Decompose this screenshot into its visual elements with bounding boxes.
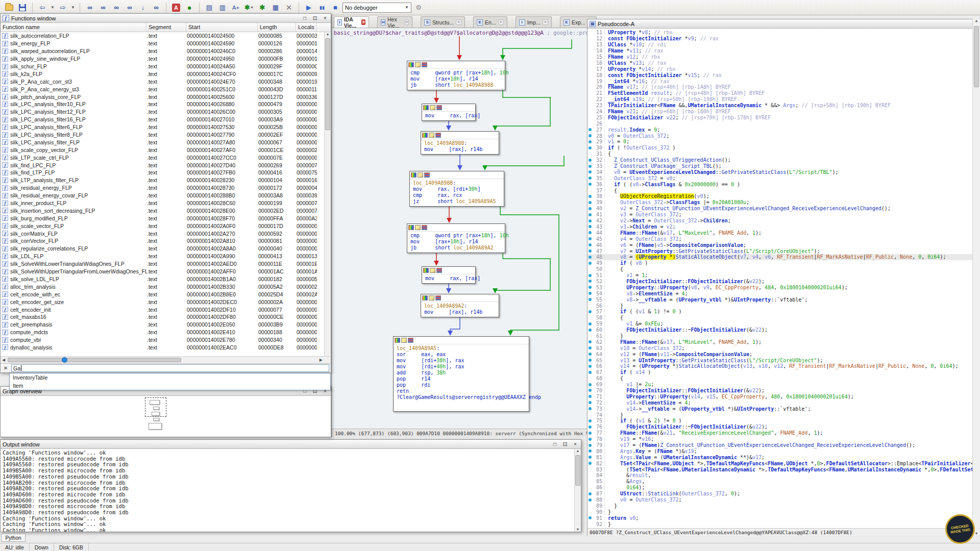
- function-row[interactable]: fsilk_corrMatrix_FLP.text000000014002A27…: [1, 230, 331, 237]
- pseudocode-line[interactable]: 45 v4 = OuterClass_372;: [587, 236, 972, 242]
- pseudocode-line[interactable]: 92}: [587, 521, 972, 527]
- pseudocode-body[interactable]: 11UProperty *v8; // rbx12const FObjectIn…: [587, 29, 972, 528]
- restore-icon[interactable]: □: [551, 441, 558, 448]
- function-row[interactable]: fcelt_maxabs16.text000000014002DF8000000…: [1, 313, 331, 321]
- search-sequence-icon[interactable]: ∞: [97, 2, 109, 14]
- pseudocode-line[interactable]: 21FSetElementId result; // [rsp+48h] [rb…: [587, 90, 972, 96]
- pseudocode-line[interactable]: 23TPairInitializer<FName &&,UMaterialIns…: [587, 103, 972, 109]
- graph-basic-block[interactable]: cmp qword ptr [rax+18h], 10hmov [rax+10h…: [407, 223, 505, 253]
- pseudocode-line[interactable]: 68 {: [587, 375, 972, 382]
- block-color-icon[interactable]: [422, 295, 428, 300]
- block-group-icon[interactable]: [436, 105, 442, 110]
- pseudocode-line[interactable]: 66 v14 = (UProperty *)StaticAllocateObje…: [587, 363, 972, 369]
- function-row[interactable]: fsilk_LPC_analysis_filter12_FLP.text0000…: [1, 108, 331, 116]
- function-row[interactable]: fsilk_k2a_FLP.text0000000140024CF0000001…: [1, 70, 331, 78]
- restore-icon[interactable]: □: [301, 15, 308, 22]
- tab-close-icon[interactable]: ×: [543, 19, 548, 25]
- function-row[interactable]: falloc_trim_analysis.text000000014002B33…: [1, 283, 331, 290]
- graph-basic-block[interactable]: cmp qword ptr [rax+18h], 10hmov [rax+10h…: [407, 61, 505, 90]
- function-row[interactable]: fsilk_LDL_FLP.text000000014002A990000004…: [1, 253, 331, 260]
- graph-basic-block[interactable]: mov rax, [rax]: [422, 266, 476, 284]
- pseudocode-line[interactable]: 41 v3 = OuterClass_372;: [587, 212, 972, 218]
- functions-horizontal-scrollbar[interactable]: ◀ ▶: [1, 356, 331, 363]
- block-group-icon[interactable]: [422, 62, 427, 67]
- pseudocode-line[interactable]: 44 FName::FName(&v17, L"MaxLevel", FNAME…: [587, 230, 972, 236]
- graph-basic-block[interactable]: loc_1409A8988:mov [rax], r14b: [421, 131, 499, 155]
- close-icon[interactable]: ×: [322, 15, 329, 22]
- block-group-icon[interactable]: [408, 338, 413, 343]
- pseudocode-line[interactable]: 18const FObjectInitializer *v15; // rax: [587, 72, 972, 78]
- pseudocode-line[interactable]: 81 Args.Value = (UMaterialInstanceDynami…: [587, 454, 972, 460]
- pseudocode-titlebar[interactable]: ▤ Pseudocode-A: [587, 19, 972, 29]
- block-edit-icon[interactable]: [401, 338, 407, 343]
- delete-icon[interactable]: ✕: [283, 2, 295, 14]
- rename-icon[interactable]: A+: [230, 2, 242, 14]
- pseudocode-line[interactable]: 39 OuterClass_372->ClassFlags |= 0x20A01…: [587, 199, 972, 206]
- pseudocode-line[interactable]: 13UClass *v10; // rdi: [587, 42, 972, 48]
- pseudocode-line[interactable]: 43 v3->Children = v2;: [587, 224, 972, 230]
- pseudocode-line[interactable]: 30if ( !OuterClass_372 ): [587, 145, 972, 151]
- pseudocode-line[interactable]: 57 if ( (v1 & 1) != 0 ): [587, 309, 972, 315]
- forward-dropdown-icon[interactable]: ▼: [70, 2, 76, 14]
- function-row[interactable]: fsilk_LTP_scale_ctrl_FLP.text00000001400…: [1, 154, 331, 161]
- function-row[interactable]: fsilk_LPC_analysis_filter6_FLP.text00000…: [1, 123, 331, 131]
- block-edit-icon[interactable]: [430, 105, 435, 110]
- jump-down-icon[interactable]: ↓: [137, 2, 149, 14]
- pseudocode-line[interactable]: 32 Z_Construct_UClass_UTriggeredAction()…: [587, 157, 972, 163]
- clear-filter-icon[interactable]: ✕: [2, 365, 9, 371]
- pseudocode-line[interactable]: 91return v0;: [587, 515, 972, 521]
- block-color-icon[interactable]: [408, 62, 414, 67]
- debug-run-icon[interactable]: ▶: [303, 2, 315, 14]
- tab-close-icon[interactable]: ×: [498, 19, 504, 25]
- pseudocode-line[interactable]: 49 if ( v8 ): [587, 260, 972, 266]
- function-row[interactable]: fsilk_apply_sine_window_FLP.text00000001…: [1, 55, 331, 63]
- block-color-icon[interactable]: [395, 338, 400, 343]
- function-row[interactable]: fdynalloc_analysis.text000000014002EAC00…: [1, 344, 331, 352]
- search-again-icon[interactable]: ∞: [124, 2, 136, 14]
- pseudocode-line[interactable]: 70 FObjectInitializer::FObjectInitialize…: [587, 388, 972, 394]
- pseudocode-line[interactable]: 15FName v12; // rbx: [587, 54, 972, 60]
- pseudocode-line[interactable]: 87 UStruct::StaticLink(OuterClass_372, 0…: [587, 491, 972, 497]
- function-row[interactable]: fsilk_burg_modified_FLP.text000000014002…: [1, 214, 331, 222]
- pseudocode-line[interactable]: 74 }: [587, 412, 972, 418]
- block-group-icon[interactable]: [435, 133, 441, 138]
- tab-structu[interactable]: SStructu...×: [421, 16, 465, 28]
- pseudocode-line[interactable]: 19__int64 *v16; // rax: [587, 78, 972, 84]
- save-icon[interactable]: [16, 2, 29, 14]
- pseudocode-line[interactable]: 47 v7 = UIntProperty::GetPrivateStaticCl…: [587, 248, 972, 254]
- functions-titlebar[interactable]: f Functions window □ ⊡ ×: [1, 14, 331, 23]
- pseudocode-scrollbar[interactable]: ▲▼: [972, 19, 980, 536]
- close-icon[interactable]: ×: [572, 441, 579, 448]
- output-scrollbar[interactable]: ▲▼: [574, 449, 581, 532]
- pseudocode-line[interactable]: 73 v14->__vftable = (UProperty_vtbl *)&U…: [587, 406, 972, 412]
- pseudocode-line[interactable]: 26: [587, 120, 972, 127]
- function-row[interactable]: fsilk_find_LPC_FLP.text0000000140027D400…: [1, 161, 331, 169]
- pseudocode-line[interactable]: 83 (TSet<TPair<FName,UMaterialInstanceDy…: [587, 466, 972, 472]
- graph-basic-block[interactable]: loc_1409A89A2:mov [rax], r14b: [421, 294, 499, 317]
- debug-pause-icon[interactable]: ▮▮: [316, 2, 328, 14]
- function-row[interactable]: fsilk_corrVector_FLP.text000000014002A81…: [1, 237, 331, 245]
- functions-vertical-scrollbar[interactable]: ▲: [324, 32, 331, 356]
- pseudocode-line[interactable]: 51 v1 = 1;: [587, 272, 972, 279]
- pseudocode-line[interactable]: 17UProperty *v14; // rbx: [587, 66, 972, 72]
- block-group-icon[interactable]: [422, 225, 427, 230]
- block-group-icon[interactable]: [435, 295, 441, 300]
- pseudocode-line[interactable]: 12const FObjectInitializer *v9; // rax: [587, 36, 972, 42]
- function-row[interactable]: fsilk_LPC_analysis_filter8_FLP.text00000…: [1, 131, 331, 139]
- pseudocode-line[interactable]: 72 v14->ElementSize = 4;: [587, 399, 972, 406]
- pseudocode-line[interactable]: 85 &Args,: [587, 479, 972, 485]
- function-row[interactable]: fsilk_warped_autocorrelation_FLP.text000…: [1, 47, 331, 55]
- pseudocode-line[interactable]: 42 v2->Next = OuterClass_372->Children;: [587, 218, 972, 224]
- search-immediate-icon[interactable]: ∞: [110, 2, 122, 14]
- colors-icon[interactable]: ▥: [216, 2, 229, 14]
- block-edit-icon[interactable]: [429, 133, 434, 138]
- block-color-icon[interactable]: [411, 172, 416, 178]
- pseudocode-line[interactable]: 20FName v17; // [rsp+40h] [rbp-1A8h] BYR…: [587, 84, 972, 90]
- block-edit-icon[interactable]: [418, 172, 423, 178]
- pseudocode-line[interactable]: 31{: [587, 151, 972, 157]
- pseudocode-line[interactable]: 25FObjectInitializer v22; // [rsp+70h] […: [587, 114, 972, 120]
- function-row[interactable]: fcelt_encode_with_ec.text000000014002B8E…: [1, 290, 331, 298]
- minimap-viewport[interactable]: [145, 397, 166, 417]
- pseudocode-line[interactable]: 65 v13 = UIntProperty::GetPrivateStaticC…: [587, 357, 972, 363]
- pseudocode-line[interactable]: 61 }: [587, 333, 972, 339]
